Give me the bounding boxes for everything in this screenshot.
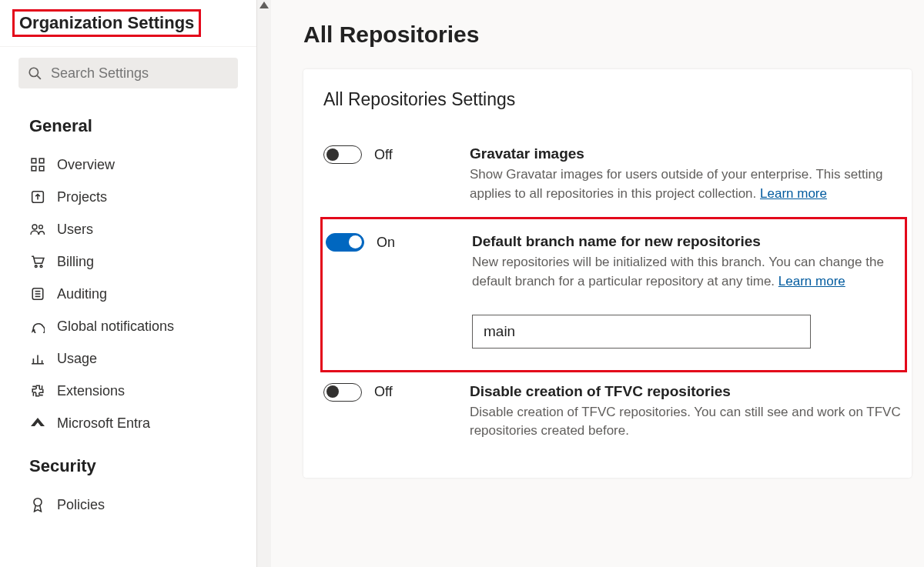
svg-rect-4	[32, 166, 36, 171]
card-title: All Repositories Settings	[323, 89, 907, 110]
sidebar-item-users[interactable]: Users	[0, 213, 256, 245]
badge-icon	[29, 496, 46, 513]
toggle-state-disable-tfvc: Off	[374, 384, 393, 400]
sidebar-item-extensions[interactable]: Extensions	[0, 375, 256, 407]
setting-row-gravatar: Off Gravatar images Show Gravatar images…	[323, 135, 907, 217]
sidebar-item-microsoft-entra[interactable]: Microsoft Entra	[0, 407, 256, 439]
users-icon	[29, 221, 46, 238]
grid-icon	[29, 156, 46, 173]
sidebar-item-billing[interactable]: Billing	[0, 245, 256, 278]
setting-description: Disable creation of TFVC repositories. Y…	[470, 403, 901, 441]
search-input[interactable]	[49, 65, 229, 82]
nav-label: Microsoft Entra	[57, 415, 150, 432]
toggle-default-branch[interactable]	[326, 233, 364, 252]
toggle-disable-tfvc[interactable]	[323, 383, 362, 402]
setting-title: Default branch name for new repositories	[472, 233, 902, 250]
toggle-state-default-branch: On	[377, 235, 395, 251]
sidebar-item-overview[interactable]: Overview	[0, 148, 256, 181]
search-icon	[28, 66, 42, 80]
section-header-general: General	[0, 99, 256, 144]
svg-line-1	[37, 75, 41, 79]
setting-description: New repositories will be initialized wit…	[472, 253, 902, 291]
sidebar-item-global-notifications[interactable]: Global notifications	[0, 310, 256, 342]
puzzle-icon	[29, 382, 46, 399]
nav-label: Extensions	[57, 383, 125, 399]
nav-list-security: Policies	[0, 484, 256, 521]
setting-title: Disable creation of TFVC repositories	[470, 383, 907, 400]
nav-label: Billing	[57, 254, 94, 270]
cart-icon	[29, 253, 46, 270]
nav-label: Projects	[57, 189, 107, 205]
default-branch-input[interactable]	[472, 315, 811, 349]
setting-row-default-branch: On Default branch name for new repositor…	[320, 217, 907, 372]
sidebar-item-projects[interactable]: Projects	[0, 181, 256, 213]
learn-more-link[interactable]: Learn more	[778, 274, 845, 289]
setting-title: Gravatar images	[470, 145, 907, 162]
nav-label: Users	[57, 222, 93, 238]
svg-point-9	[35, 265, 37, 268]
sidebar-title: Organization Settings	[12, 9, 201, 37]
svg-point-10	[40, 265, 42, 268]
nav-label: Auditing	[57, 286, 107, 302]
nav-label: Policies	[57, 497, 105, 513]
chart-icon	[29, 350, 46, 367]
svg-point-19	[34, 499, 42, 506]
sidebar: Organization Settings General Overview P…	[0, 0, 257, 567]
sidebar-item-auditing[interactable]: Auditing	[0, 278, 256, 310]
settings-card: All Repositories Settings Off Gravatar i…	[303, 69, 912, 478]
sidebar-scrollbar[interactable]	[257, 0, 271, 567]
nav-list-general: Overview Projects Users Billing Auditing…	[0, 144, 256, 439]
setting-description: Show Gravatar images for users outside o…	[470, 165, 901, 203]
svg-rect-2	[32, 158, 36, 163]
toggle-gravatar[interactable]	[323, 145, 362, 164]
svg-point-7	[32, 225, 37, 229]
svg-rect-3	[39, 158, 44, 163]
chat-icon	[29, 318, 46, 335]
section-header-security: Security	[0, 439, 256, 484]
setting-row-disable-tfvc: Off Disable creation of TFVC repositorie…	[323, 372, 907, 455]
toggle-state-gravatar: Off	[374, 147, 393, 163]
sidebar-item-usage[interactable]: Usage	[0, 342, 256, 375]
nav-label: Overview	[57, 157, 115, 173]
svg-rect-5	[39, 166, 44, 171]
box-up-icon	[29, 188, 46, 205]
scroll-up-arrow-icon	[259, 2, 269, 8]
main-content: All Repositories All Repositories Settin…	[271, 0, 924, 567]
svg-point-8	[39, 225, 43, 229]
entra-icon	[29, 415, 46, 432]
nav-label: Global notifications	[57, 319, 174, 335]
nav-label: Usage	[57, 351, 97, 367]
sidebar-item-policies[interactable]: Policies	[0, 489, 256, 521]
search-box[interactable]	[18, 58, 238, 88]
page-title: All Repositories	[303, 22, 916, 48]
svg-point-0	[29, 68, 38, 76]
list-icon	[29, 285, 46, 302]
learn-more-link[interactable]: Learn more	[760, 186, 827, 201]
